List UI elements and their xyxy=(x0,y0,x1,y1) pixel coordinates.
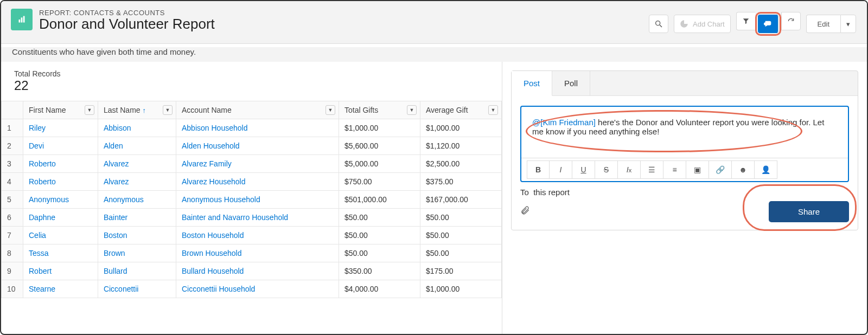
chevron-down-icon[interactable]: ▼ xyxy=(407,105,417,115)
col-account-name[interactable]: Account Name▼ xyxy=(176,101,339,119)
last-name-cell[interactable]: Bainter xyxy=(98,209,176,227)
row-number: 9 xyxy=(2,262,23,280)
filter-button[interactable] xyxy=(736,12,755,30)
sort-asc-icon: ↑ xyxy=(143,106,146,114)
row-number: 3 xyxy=(2,155,23,173)
mention-button[interactable]: 👤 xyxy=(755,160,777,179)
account-cell[interactable]: Anonymous Household xyxy=(176,191,339,209)
average-gift-cell: $50.00 xyxy=(420,244,502,262)
last-name-cell[interactable]: Brown xyxy=(98,244,176,262)
average-gift-cell: $1,000.00 xyxy=(420,280,502,298)
total-gifts-cell: $50.00 xyxy=(339,227,420,244)
edit-button[interactable]: Edit xyxy=(806,15,840,33)
total-gifts-cell: $750.00 xyxy=(339,173,420,191)
table-row: 4RobertoAlvarezAlvarez Household$750.00$… xyxy=(2,173,502,191)
table-row: 8TessaBrownBrown Household$50.00$50.00 xyxy=(2,244,502,262)
first-name-cell[interactable]: Robert xyxy=(23,262,98,280)
total-gifts-cell: $5,000.00 xyxy=(339,155,420,173)
attach-icon[interactable] xyxy=(520,205,530,218)
search-button[interactable] xyxy=(649,15,668,33)
table-row: 7CeliaBostonBoston Household$50.00$50.00 xyxy=(2,227,502,244)
average-gift-cell: $175.00 xyxy=(420,262,502,280)
account-cell[interactable]: Brown Household xyxy=(176,244,339,262)
account-cell[interactable]: Alvarez Household xyxy=(176,173,339,191)
last-name-cell[interactable]: Abbison xyxy=(98,119,176,137)
account-cell[interactable]: Bainter and Navarro Household xyxy=(176,209,339,227)
report-table: First Name▼ Last Name↑▼ Account Name▼ To… xyxy=(1,101,502,298)
last-name-cell[interactable]: Bullard xyxy=(98,262,176,280)
average-gift-cell: $1,000.00 xyxy=(420,119,502,137)
account-cell[interactable]: Abbison Household xyxy=(176,119,339,137)
last-name-cell[interactable]: Anonymous xyxy=(98,191,176,209)
refresh-button[interactable] xyxy=(781,12,801,30)
tab-poll[interactable]: Poll xyxy=(552,71,590,96)
last-name-cell[interactable]: Alvarez xyxy=(98,155,176,173)
share-button[interactable]: Share xyxy=(769,201,849,222)
underline-button[interactable]: U xyxy=(572,160,595,179)
first-name-cell[interactable]: Daphne xyxy=(23,209,98,227)
average-gift-cell: $167,000.00 xyxy=(420,191,502,209)
total-gifts-cell: $50.00 xyxy=(339,244,420,262)
chevron-down-icon[interactable]: ▼ xyxy=(488,105,498,115)
first-name-cell[interactable]: Tessa xyxy=(23,244,98,262)
first-name-cell[interactable]: Riley xyxy=(23,119,98,137)
account-cell[interactable]: Cicconettii Household xyxy=(176,280,339,298)
row-number-header[interactable] xyxy=(2,101,23,119)
first-name-cell[interactable]: Stearne xyxy=(23,280,98,298)
svg-rect-1 xyxy=(19,20,21,23)
report-subtitle: Constituents who have given both time an… xyxy=(12,47,856,56)
image-button[interactable]: ▣ xyxy=(686,160,709,179)
col-average-gift[interactable]: Average Gift▼ xyxy=(420,101,502,119)
total-gifts-cell: $1,000.00 xyxy=(339,119,420,137)
col-last-name[interactable]: Last Name↑▼ xyxy=(98,101,176,119)
svg-rect-3 xyxy=(23,16,25,23)
account-cell[interactable]: Alden Household xyxy=(176,137,339,155)
bold-button[interactable]: B xyxy=(527,160,550,179)
col-first-name[interactable]: First Name▼ xyxy=(23,101,98,119)
total-gifts-cell: $5,600.00 xyxy=(339,137,420,155)
number-list-button[interactable]: ≡ xyxy=(663,160,686,179)
last-name-cell[interactable]: Alden xyxy=(98,137,176,155)
table-row: 9RobertBullardBullard Household$350.00$1… xyxy=(2,262,502,280)
average-gift-cell: $50.00 xyxy=(420,209,502,227)
average-gift-cell: $375.00 xyxy=(420,173,502,191)
italic-button[interactable]: I xyxy=(550,160,572,179)
row-number: 8 xyxy=(2,244,23,262)
account-cell[interactable]: Bullard Household xyxy=(176,262,339,280)
bullet-list-button[interactable]: ☰ xyxy=(641,160,663,179)
post-editor[interactable]: @[Kim Friedman] here's the Donor and Vol… xyxy=(521,107,848,158)
last-name-cell[interactable]: Boston xyxy=(98,227,176,244)
clear-format-button[interactable]: Ix xyxy=(618,160,641,179)
table-row: 3RobertoAlvarezAlvarez Family$5,000.00$2… xyxy=(2,155,502,173)
mention-chip[interactable]: @[Kim Friedman] xyxy=(532,118,596,127)
col-total-gifts[interactable]: Total Gifts▼ xyxy=(339,101,420,119)
total-gifts-cell: $4,000.00 xyxy=(339,280,420,298)
chevron-down-icon[interactable]: ▼ xyxy=(163,105,173,115)
last-name-cell[interactable]: Cicconettii xyxy=(98,280,176,298)
table-row: 5AnonymousAnonymousAnonymous Household$5… xyxy=(2,191,502,209)
collaborate-button[interactable] xyxy=(758,15,778,33)
first-name-cell[interactable]: Celia xyxy=(23,227,98,244)
add-chart-button[interactable]: Add Chart xyxy=(674,15,731,33)
emoji-button[interactable]: ☻ xyxy=(732,160,755,179)
to-value[interactable]: this report xyxy=(533,188,570,197)
average-gift-cell: $50.00 xyxy=(420,227,502,244)
total-gifts-cell: $350.00 xyxy=(339,262,420,280)
table-row: 2DeviAldenAlden Household$5,600.00$1,120… xyxy=(2,137,502,155)
account-cell[interactable]: Boston Household xyxy=(176,227,339,244)
chevron-down-icon[interactable]: ▼ xyxy=(326,105,335,115)
edit-menu-button[interactable]: ▾ xyxy=(840,15,856,33)
account-cell[interactable]: Alvarez Family xyxy=(176,155,339,173)
first-name-cell[interactable]: Roberto xyxy=(23,173,98,191)
edit-label: Edit xyxy=(818,20,829,28)
last-name-cell[interactable]: Alvarez xyxy=(98,173,176,191)
first-name-cell[interactable]: Devi xyxy=(23,137,98,155)
average-gift-cell: $2,500.00 xyxy=(420,155,502,173)
first-name-cell[interactable]: Anonymous xyxy=(23,191,98,209)
chevron-down-icon[interactable]: ▼ xyxy=(85,105,94,115)
strike-button[interactable]: S xyxy=(595,160,618,179)
tab-post[interactable]: Post xyxy=(512,71,552,96)
link-button[interactable]: 🔗 xyxy=(709,160,732,179)
to-label: To xyxy=(520,188,529,197)
first-name-cell[interactable]: Roberto xyxy=(23,155,98,173)
